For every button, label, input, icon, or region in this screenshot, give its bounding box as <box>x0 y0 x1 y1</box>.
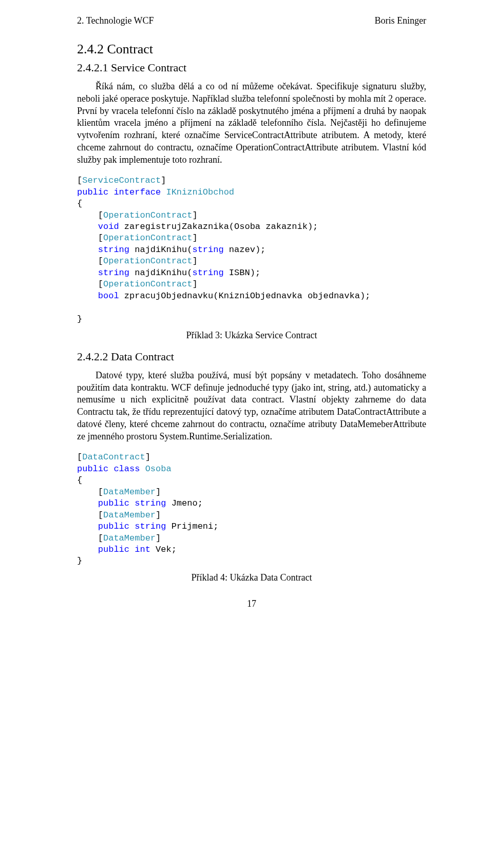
tok: string <box>135 498 166 508</box>
tok: OperationContract <box>103 256 192 266</box>
tok: } <box>77 314 82 324</box>
page-number: 17 <box>77 599 426 609</box>
tok: ] <box>156 510 161 520</box>
caption-code-2: Příklad 4: Ukázka Data Contract <box>77 572 426 583</box>
tok: zaregistrujZakaznika(Osoba zakaznik); <box>119 222 318 232</box>
tok: ] <box>192 279 197 289</box>
caption-code-1: Příklad 3: Ukázka Service Contract <box>77 330 426 341</box>
tok: public <box>77 464 108 474</box>
tok: [ <box>77 510 103 520</box>
tok: zpracujObjednavku(KnizniObjednavka objed… <box>119 291 371 301</box>
tok: } <box>77 556 82 566</box>
code-data-contract: [DataContract] public class Osoba { [Dat… <box>77 452 426 567</box>
tok: [ <box>77 533 103 543</box>
tok: [ <box>77 210 103 220</box>
tok: string <box>77 245 129 255</box>
tok: { <box>77 475 82 485</box>
tok: public <box>77 545 129 554</box>
tok: OperationContract <box>103 279 192 289</box>
tok: najdiKnihu( <box>129 245 192 255</box>
tok: Jmeno; <box>166 498 202 508</box>
tok: DataMember <box>103 533 156 543</box>
tok: DataContract <box>82 452 145 462</box>
tok: OperationContract <box>103 233 192 243</box>
tok: [ <box>77 487 103 497</box>
tok: ServiceContract <box>82 176 161 185</box>
tok: string <box>77 268 129 278</box>
tok: Vek; <box>150 545 177 554</box>
tok: IKnizniObchod <box>166 187 234 197</box>
tok: void <box>77 222 119 232</box>
tok: [ <box>77 256 103 266</box>
tok: nazev); <box>224 245 266 255</box>
tok: [ <box>77 452 82 462</box>
tok: string <box>192 268 223 278</box>
tok: bool <box>77 291 119 301</box>
tok: [ <box>77 279 103 289</box>
tok: public <box>77 498 129 508</box>
tok: Osoba <box>145 464 172 474</box>
tok: class <box>113 464 140 474</box>
tok: int <box>135 545 150 554</box>
tok: OperationContract <box>103 210 192 220</box>
section-heading: 2.4.2 Contract <box>77 42 426 57</box>
subsection-heading-2: 2.4.2.2 Data Contract <box>77 350 426 363</box>
tok: interface <box>113 187 161 197</box>
tok: ] <box>161 176 166 185</box>
subsection-heading-1: 2.4.2.1 Service Contract <box>77 61 426 74</box>
paragraph-service-contract: Říká nám, co služba dělá a co od ní může… <box>77 81 426 166</box>
tok: ] <box>156 533 161 543</box>
tok: [ <box>77 176 82 185</box>
tok: [ <box>77 233 103 243</box>
paragraph-data-contract: Datové typy, které služba používá, musí … <box>77 370 426 443</box>
tok: ] <box>192 256 197 266</box>
page: 2. Technologie WCF Boris Eninger 2.4.2 C… <box>36 0 457 630</box>
tok: ] <box>145 452 150 462</box>
tok: DataMember <box>103 487 156 497</box>
tok: string <box>192 245 223 255</box>
tok: Prijmeni; <box>166 522 218 531</box>
tok: najdiKnihu( <box>129 268 192 278</box>
header-right: Boris Eninger <box>375 15 427 26</box>
tok: { <box>77 199 82 208</box>
header-left: 2. Technologie WCF <box>77 15 154 26</box>
tok: ] <box>156 487 161 497</box>
tok: ISBN); <box>224 268 260 278</box>
tok: ] <box>192 233 197 243</box>
code-service-contract: [ServiceContract] public interface IKniz… <box>77 175 426 325</box>
tok: ] <box>192 210 197 220</box>
tok: DataMember <box>103 510 156 520</box>
tok: public <box>77 187 108 197</box>
tok: string <box>135 522 166 531</box>
running-header: 2. Technologie WCF Boris Eninger <box>77 15 426 26</box>
tok: public <box>77 522 129 531</box>
